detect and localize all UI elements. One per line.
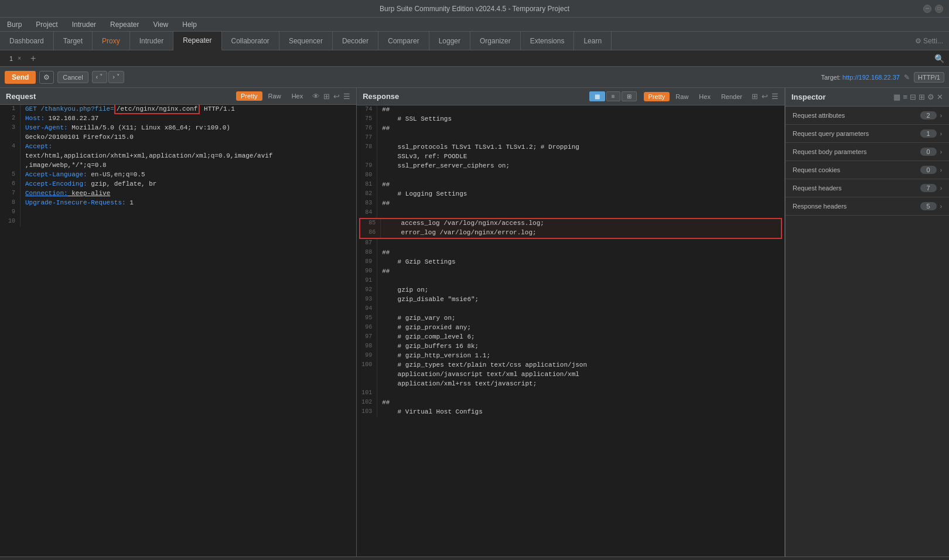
back-button[interactable]: ‹ ˅ [92, 71, 108, 83]
resp-line-76: 76 ## [357, 124, 784, 134]
inspector-split-icon[interactable]: ⊞ [919, 93, 925, 101]
wrap-icon[interactable]: ↩ [333, 92, 340, 101]
tab-organizer[interactable]: Organizer [470, 32, 521, 50]
inspector-row-cookies[interactable]: Request cookies 0 › [786, 161, 949, 179]
eye-slash-icon[interactable]: 👁 [312, 92, 320, 101]
tab-intruder[interactable]: Intruder [130, 32, 173, 50]
resp-view-grid[interactable]: ⊞ [622, 91, 637, 101]
maximize-button[interactable]: □ [935, 5, 943, 13]
close-tab-1[interactable]: × [18, 55, 21, 62]
resp-line-93: 93 gzip_disable "msie6"; [357, 295, 784, 305]
inspector-row-resp-headers[interactable]: Response headers 5 › [786, 197, 949, 215]
tab-collaborator[interactable]: Collaborator [222, 32, 279, 50]
resp-line-88: 88 ## [357, 248, 784, 258]
req-tab-pretty[interactable]: Pretty [236, 91, 262, 101]
resp-tab-raw[interactable]: Raw [671, 92, 693, 101]
request-code-area[interactable]: 1 GET /thankyou.php?file=/etc/nginx/ngin… [0, 105, 356, 556]
inspector-section-cookies: Request cookies 0 › [786, 161, 949, 179]
edit-target-icon[interactable]: ✎ [904, 73, 910, 81]
chevron-resp-headers: › [940, 203, 942, 210]
inspector-close-icon[interactable]: ✕ [937, 93, 943, 101]
request-panel-header: Request Pretty Raw Hex 👁 ⊞ ↩ ☰ [0, 88, 356, 105]
menu-help[interactable]: Help [180, 19, 199, 30]
resp-copy-icon[interactable]: ⊞ [752, 92, 758, 101]
inspector-row-body[interactable]: Request body parameters 0 › [786, 143, 949, 161]
resp-line-101: 101 [357, 389, 784, 398]
repeater-tab-1[interactable]: 1 × [5, 54, 26, 63]
copy-icon[interactable]: ⊞ [323, 92, 330, 101]
tab-repeater[interactable]: Repeater [173, 32, 221, 50]
req-line-8: 8 Upgrade-Insecure-Requests: 1 [0, 199, 356, 208]
inspector-count-attributes: 2 [920, 111, 937, 119]
resp-line-78: 78 ssl_protocols TLSv1 TLSv1.1 TLSv1.2; … [357, 143, 784, 152]
send-options-button[interactable]: ⚙ [39, 71, 54, 84]
chevron-cookies: › [940, 167, 942, 173]
tab-target[interactable]: Target [54, 32, 93, 50]
resp-line-81: 81 ## [357, 180, 784, 190]
send-button[interactable]: Send [5, 71, 36, 84]
menu-intruder[interactable]: Intruder [70, 19, 98, 30]
tab-decoder[interactable]: Decoder [333, 32, 378, 50]
inspector-list-icon[interactable]: ≡ [903, 93, 907, 101]
inspector-count-body: 0 [920, 148, 937, 156]
minimize-button[interactable]: ─ [923, 5, 931, 13]
inspector-row-req-headers[interactable]: Request headers 7 › [786, 179, 949, 197]
resp-tab-hex[interactable]: Hex [694, 92, 715, 101]
menu-view[interactable]: View [151, 19, 170, 30]
search-icon[interactable]: 🔍 [934, 54, 944, 63]
resp-tab-render[interactable]: Render [716, 92, 747, 101]
menu-burp[interactable]: Burp [5, 19, 24, 30]
menu-repeater[interactable]: Repeater [108, 19, 141, 30]
response-tabs: Pretty Raw Hex Render [644, 92, 747, 101]
bottom-bar: ? ⚙ ← → 🔍 0 highlights ? ⚙ ← → 🔍 0 highl… [0, 556, 949, 560]
resp-line-92: 92 gzip on; [357, 286, 784, 295]
req-tab-raw[interactable]: Raw [264, 91, 286, 101]
resp-line-80: 80 [357, 171, 784, 180]
inspector-section-attributes: Request attributes 2 › [786, 107, 949, 125]
inspector-align-icon[interactable]: ⊟ [910, 93, 916, 101]
resp-line-74: 74 ## [357, 105, 784, 115]
tab-dashboard[interactable]: Dashboard [0, 32, 54, 50]
response-title: Response [363, 92, 399, 101]
response-code-area[interactable]: 74 ## 75 # SSL Settings 76 ## 77 78 ssl_… [357, 105, 784, 556]
settings-button[interactable]: ⚙ Setti... [909, 37, 949, 45]
inspector-row-query[interactable]: Request query parameters 1 › [786, 125, 949, 142]
main-content: Request Pretty Raw Hex 👁 ⊞ ↩ ☰ 1 GET /t [0, 88, 949, 556]
req-tab-hex[interactable]: Hex [287, 91, 308, 101]
resp-view-list[interactable]: ≡ [606, 91, 620, 101]
resp-tab-pretty[interactable]: Pretty [644, 92, 670, 101]
inspector-row-attributes[interactable]: Request attributes 2 › [786, 107, 949, 124]
resp-line-79: 79 ssl_prefer_server_ciphers on; [357, 162, 784, 171]
app-title: Burp Suite Community Edition v2024.4.5 -… [380, 5, 569, 13]
inspector-count-req-headers: 7 [920, 184, 937, 192]
tab-logger[interactable]: Logger [429, 32, 470, 50]
menu-project[interactable]: Project [33, 19, 60, 30]
resp-line-100c: application/xml+rss text/javascript; [357, 380, 784, 389]
resp-line-99: 99 # gzip_http_version 1.1; [357, 351, 784, 361]
chevron-body: › [940, 149, 942, 155]
tab-extensions[interactable]: Extensions [521, 32, 575, 50]
resp-line-87: 87 [357, 239, 784, 248]
tab-learn[interactable]: Learn [574, 32, 612, 50]
resp-line-103: 103 # Virtual Host Configs [357, 408, 784, 417]
inspector-grid-icon[interactable]: ▦ [893, 93, 900, 101]
forward-button[interactable]: › ˅ [108, 71, 124, 83]
resp-view-split[interactable]: ▦ [589, 91, 605, 101]
add-tab-button[interactable]: + [26, 52, 40, 65]
tab-sequencer[interactable]: Sequencer [279, 32, 333, 50]
resp-line-94: 94 [357, 305, 784, 314]
toolbar: Send ⚙ Cancel ‹ ˅ › ˅ Target: http://192… [0, 67, 949, 88]
resp-wrap-icon[interactable]: ↩ [762, 92, 768, 101]
req-line-3: 3 User-Agent: Mozilla/5.0 (X11; Linux x8… [0, 124, 356, 133]
cancel-button[interactable]: Cancel [57, 71, 88, 83]
tab-comparer[interactable]: Comparer [378, 32, 429, 50]
more-icon[interactable]: ☰ [343, 92, 350, 101]
req-line-6: 6 Accept-Encoding: gzip, deflate, br [0, 180, 356, 189]
resp-line-83: 83 ## [357, 199, 784, 209]
resp-more-icon[interactable]: ☰ [772, 92, 779, 101]
inspector-settings-icon[interactable]: ⚙ [927, 93, 934, 101]
inspector-section-req-headers: Request headers 7 › [786, 179, 949, 197]
inspector-label-cookies: Request cookies [793, 166, 840, 173]
request-panel-icons: 👁 ⊞ ↩ ☰ [312, 92, 350, 101]
tab-proxy[interactable]: Proxy [93, 32, 130, 50]
